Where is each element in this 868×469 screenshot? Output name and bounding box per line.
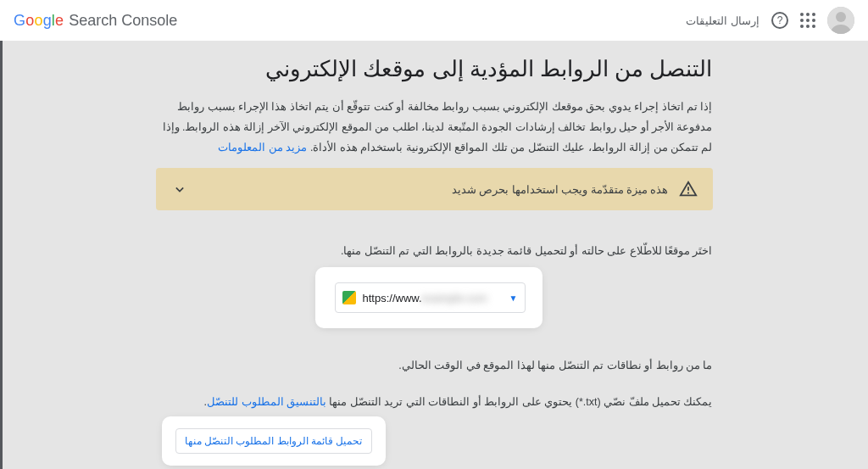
warning-text: هذه ميزة متقدّمة ويجب استخدامها بحرص شدي…: [452, 183, 669, 196]
page-title: التنصل من الروابط المؤدية إلى موقعك الإل…: [156, 56, 713, 82]
select-site-label: اختَر موقعًا للاطّلاع على حالته أو لتحمي…: [156, 244, 713, 257]
feedback-link[interactable]: إرسال التعليقات: [686, 14, 760, 27]
format-link[interactable]: بالتنسيق المطلوب للتنصّل: [207, 396, 326, 408]
intro-paragraph: إذا تم اتخاذ إجراء يدوي بحق موقعك الإلكت…: [156, 98, 713, 158]
google-wordmark: Google: [14, 12, 64, 30]
disavow-status-text: ما من روابط أو نطاقات تم التنصّل منها له…: [156, 359, 713, 371]
upload-disavow-list-button[interactable]: تحميل قائمة الروابط المطلوب التنصّل منها: [175, 428, 372, 454]
upload-button-highlight: تحميل قائمة الروابط المطلوب التنصّل منها: [165, 420, 382, 462]
brand-logo: Google Search Console: [14, 12, 177, 30]
dropdown-caret-icon: ▼: [509, 293, 518, 303]
svg-point-1: [836, 12, 846, 22]
warning-banner[interactable]: هذه ميزة متقدّمة ويجب استخدامها بحرص شدي…: [156, 168, 713, 210]
upload-instruction: يمكنك تحميل ملفّ نصّي (txt.*) يحتوي على …: [156, 395, 713, 408]
redacted-domain: example.com: [422, 292, 487, 304]
more-info-link[interactable]: مزيد من المعلومات: [218, 142, 307, 154]
svg-point-3: [687, 193, 688, 194]
chevron-down-icon: [171, 181, 188, 198]
site-favicon-icon: [342, 291, 356, 304]
help-icon[interactable]: ?: [771, 12, 788, 29]
avatar[interactable]: [827, 7, 854, 34]
site-selector-highlight: https://www.example.com ▼: [319, 271, 539, 325]
selected-site-url: https://www.example.com: [363, 292, 503, 304]
brand-console-text: Search Console: [69, 12, 177, 30]
site-selector-dropdown[interactable]: https://www.example.com ▼: [335, 282, 526, 313]
apps-icon[interactable]: [800, 13, 815, 28]
warning-icon: [679, 180, 698, 198]
